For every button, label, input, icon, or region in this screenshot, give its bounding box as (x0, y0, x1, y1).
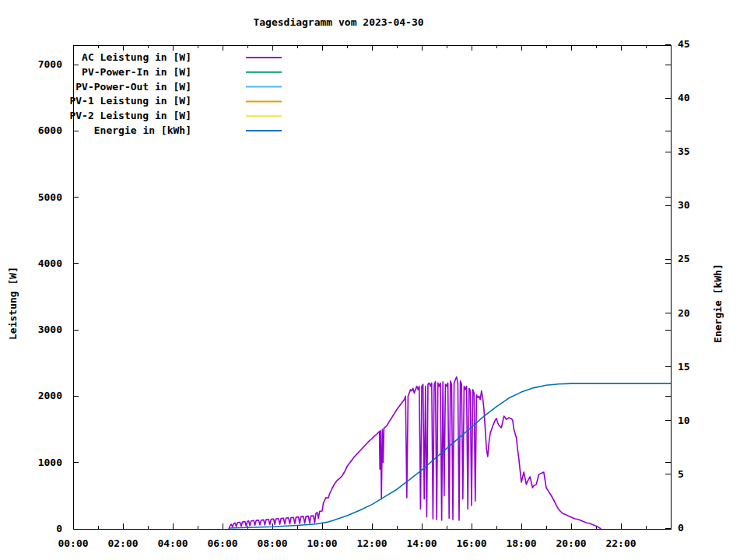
x-tick-label: 14:00 (406, 537, 437, 549)
legend-label-pv-power-in: PV-Power-In in [W] (82, 66, 191, 78)
legend-label-pv-power-out: PV-Power-Out in [W] (75, 81, 191, 93)
x-tick-label: 12:00 (356, 537, 387, 549)
y2-tick-label: 10 (678, 415, 690, 426)
legend-label-energie: Energie in [kWh] (94, 124, 191, 136)
legend-label-ac-leistung: AC Leistung in [W] (82, 51, 191, 63)
x-tick-label: 04:00 (157, 537, 188, 549)
y1-tick-label: 0 (56, 523, 62, 534)
legend-item-pv-1-leistung: PV-1 Leistung in [W] (69, 95, 282, 107)
x-tick-label: 02:00 (107, 537, 138, 549)
y1-tick-label: 7000 (38, 58, 62, 70)
x-tick-label: 00:00 (58, 537, 88, 549)
y1-tick-label: 1000 (38, 457, 62, 468)
legend-item-ac-leistung: AC Leistung in [W] (82, 51, 282, 63)
x-tick-label: 06:00 (207, 537, 237, 549)
y2-tick-label: 5 (678, 468, 684, 480)
y1-tick-label: 4000 (38, 257, 62, 269)
y1-tick-label: 5000 (38, 191, 62, 203)
y2-tick-label: 30 (678, 199, 690, 211)
legend-label-pv-1-leistung: PV-1 Leistung in [W] (69, 95, 191, 107)
y2-tick-label: 45 (678, 38, 690, 50)
x-tick-label: 18:00 (506, 537, 536, 549)
y1-tick-label: 3000 (38, 324, 62, 335)
chart-canvas: Tagesdiagramm vom 2023-04-30 Leistung [W… (0, 0, 747, 560)
y2-tick-label: 0 (678, 522, 684, 534)
y2-tick-label: 40 (678, 92, 690, 103)
y2-tick-label: 20 (678, 307, 690, 319)
y1-tick-label: 2000 (38, 390, 62, 401)
legend-label-pv-2-leistung: PV-2 Leistung in [W] (69, 110, 191, 121)
legend-item-pv-2-leistung: PV-2 Leistung in [W] (69, 110, 282, 121)
legend: AC Leistung in [W]PV-Power-In in [W]PV-P… (69, 51, 282, 136)
legend-item-pv-power-out: PV-Power-Out in [W] (75, 81, 282, 93)
legend-item-energie: Energie in [kWh] (94, 124, 282, 136)
x-tick-label: 16:00 (456, 537, 486, 549)
legend-item-pv-power-in: PV-Power-In in [W] (82, 66, 282, 78)
x-tick-label: 10:00 (307, 537, 337, 549)
plot-area: 00:0002:0004:0006:0008:0010:0012:0014:00… (0, 0, 747, 560)
y2-tick-label: 15 (678, 361, 690, 373)
series-ac-leistung (229, 377, 601, 529)
x-tick-label: 08:00 (257, 537, 287, 549)
y2-tick-label: 35 (678, 145, 690, 157)
x-tick-label: 22:00 (605, 537, 636, 549)
y1-tick-label: 6000 (38, 124, 62, 136)
x-tick-label: 20:00 (556, 537, 586, 549)
y2-tick-label: 25 (678, 253, 690, 264)
